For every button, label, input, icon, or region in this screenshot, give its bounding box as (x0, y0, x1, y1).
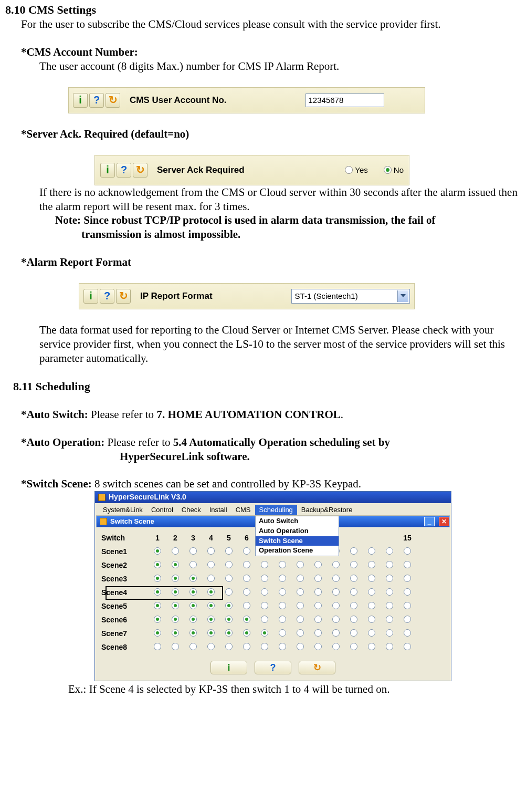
switch-radio[interactable] (381, 588, 398, 598)
switch-radio[interactable] (273, 629, 291, 639)
switch-radio[interactable] (398, 629, 416, 639)
dropdown-item-auto-switch[interactable]: Auto Switch (256, 516, 339, 526)
switch-radio[interactable] (309, 629, 327, 639)
switch-radio[interactable] (309, 602, 327, 612)
switch-radio[interactable] (184, 561, 202, 571)
switch-radio[interactable] (202, 602, 220, 612)
switch-radio[interactable] (184, 575, 202, 585)
switch-radio[interactable] (238, 616, 256, 626)
switch-radio[interactable] (202, 575, 220, 585)
switch-radio[interactable] (273, 602, 291, 612)
switch-radio[interactable] (256, 602, 273, 612)
switch-radio[interactable] (398, 602, 416, 612)
info-icon[interactable]: i (73, 93, 88, 108)
menu-install[interactable]: Install (205, 505, 231, 516)
switch-radio[interactable] (345, 629, 363, 639)
switch-radio[interactable] (220, 547, 238, 557)
switch-radio[interactable] (166, 616, 184, 626)
reload-button[interactable]: ↻ (299, 661, 335, 674)
switch-radio[interactable] (345, 602, 363, 612)
switch-radio[interactable] (149, 616, 166, 626)
switch-radio[interactable] (273, 616, 291, 626)
switch-radio[interactable] (309, 575, 327, 585)
reload-icon[interactable]: ↻ (133, 163, 147, 178)
switch-radio[interactable] (238, 547, 256, 557)
switch-radio[interactable] (381, 643, 398, 653)
switch-radio[interactable] (381, 575, 398, 585)
switch-radio[interactable] (273, 643, 291, 653)
switch-radio[interactable] (363, 547, 381, 557)
switch-radio[interactable] (202, 561, 220, 571)
dropdown-item-auto-operation[interactable]: Auto Operation (256, 526, 339, 536)
switch-radio[interactable] (327, 588, 345, 598)
switch-radio[interactable] (202, 616, 220, 626)
switch-radio[interactable] (238, 575, 256, 585)
switch-radio[interactable] (398, 588, 416, 598)
switch-radio[interactable] (149, 561, 166, 571)
switch-radio[interactable] (273, 575, 291, 585)
switch-radio[interactable] (381, 629, 398, 639)
switch-radio[interactable] (363, 643, 381, 653)
switch-radio[interactable] (291, 602, 309, 612)
menu-control[interactable]: Control (147, 505, 177, 516)
reload-icon[interactable]: ↻ (106, 93, 120, 108)
switch-radio[interactable] (166, 547, 184, 557)
switch-radio[interactable] (398, 547, 416, 557)
switch-radio[interactable] (309, 561, 327, 571)
switch-radio[interactable] (256, 575, 273, 585)
switch-radio[interactable] (345, 643, 363, 653)
switch-radio[interactable] (327, 616, 345, 626)
help-icon[interactable]: ? (117, 163, 131, 178)
switch-radio[interactable] (345, 575, 363, 585)
switch-radio[interactable] (220, 602, 238, 612)
switch-radio[interactable] (273, 561, 291, 571)
switch-radio[interactable] (256, 588, 273, 598)
help-button[interactable]: ? (255, 661, 291, 674)
switch-radio[interactable] (184, 616, 202, 626)
dropdown-item-switch-scene[interactable]: Switch Scene (256, 536, 339, 546)
switch-radio[interactable] (166, 643, 184, 653)
switch-radio[interactable] (202, 629, 220, 639)
switch-radio[interactable] (345, 547, 363, 557)
menu-systemlink[interactable]: System&Link (99, 505, 147, 516)
switch-radio[interactable] (398, 561, 416, 571)
switch-radio[interactable] (149, 643, 166, 653)
switch-radio[interactable] (363, 629, 381, 639)
switch-radio[interactable] (220, 616, 238, 626)
switch-radio[interactable] (381, 602, 398, 612)
switch-radio[interactable] (363, 616, 381, 626)
switch-radio[interactable] (363, 602, 381, 612)
switch-radio[interactable] (238, 629, 256, 639)
switch-radio[interactable] (363, 561, 381, 571)
switch-radio[interactable] (202, 643, 220, 653)
menu-scheduling[interactable]: Scheduling (255, 505, 297, 516)
switch-radio[interactable] (166, 575, 184, 585)
switch-radio[interactable] (149, 629, 166, 639)
switch-radio[interactable] (220, 643, 238, 653)
switch-radio[interactable] (291, 588, 309, 598)
switch-radio[interactable] (149, 547, 166, 557)
switch-radio[interactable] (291, 616, 309, 626)
switch-radio[interactable] (345, 561, 363, 571)
switch-radio[interactable] (381, 547, 398, 557)
switch-radio[interactable] (309, 616, 327, 626)
switch-radio[interactable] (166, 561, 184, 571)
menu-check[interactable]: Check (177, 505, 205, 516)
switch-radio[interactable] (238, 561, 256, 571)
switch-radio[interactable] (291, 643, 309, 653)
switch-radio[interactable] (291, 629, 309, 639)
switch-radio[interactable] (184, 547, 202, 557)
switch-radio[interactable] (220, 575, 238, 585)
switch-radio[interactable] (166, 629, 184, 639)
menu-cms[interactable]: CMS (231, 505, 255, 516)
switch-radio[interactable] (273, 588, 291, 598)
switch-radio[interactable] (309, 643, 327, 653)
switch-radio[interactable] (184, 629, 202, 639)
switch-radio[interactable] (345, 616, 363, 626)
switch-radio[interactable] (363, 588, 381, 598)
cms-account-input[interactable] (305, 93, 384, 107)
switch-radio[interactable] (398, 643, 416, 653)
switch-radio[interactable] (202, 547, 220, 557)
switch-radio[interactable] (149, 575, 166, 585)
switch-radio[interactable] (291, 561, 309, 571)
